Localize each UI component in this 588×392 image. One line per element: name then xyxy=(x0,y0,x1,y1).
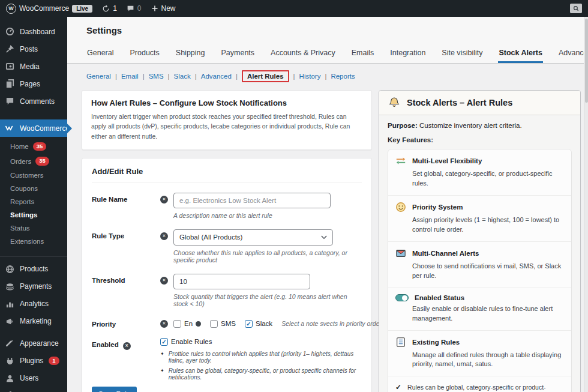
tab-site-visibility[interactable]: Site visibility xyxy=(441,45,483,63)
plus-icon xyxy=(151,5,158,12)
enable-rules-label: Enable Rules xyxy=(171,338,212,345)
active-menu-arrow xyxy=(67,124,72,133)
threshold-helper: Stock quantity that triggers the alert (… xyxy=(173,293,362,307)
submenu-item-customers[interactable]: Customers xyxy=(0,169,67,182)
woocommerce-submenu: Home 35 Orders 35 Customers Coupons Repo… xyxy=(0,137,67,252)
rule-name-input[interactable] xyxy=(173,193,331,208)
comments-button[interactable]: 0 xyxy=(127,4,142,13)
sidebar-item-pages[interactable]: Pages xyxy=(0,75,67,92)
subnav-alert-rules[interactable]: Alert Rules xyxy=(242,70,289,82)
sidebar-item-marketing[interactable]: Marketing xyxy=(0,313,67,330)
tab-payments[interactable]: Payments xyxy=(220,45,255,63)
new-content-button[interactable]: New xyxy=(151,4,176,13)
home-count-badge: 35 xyxy=(33,142,47,151)
save-rule-button[interactable]: Save Rule xyxy=(92,387,137,392)
threshold-row: Threshold ✕ Stock quantity that triggers… xyxy=(92,274,362,307)
sidebar-item-appearance[interactable]: Appearance xyxy=(0,335,67,352)
subnav-reports[interactable]: Reports xyxy=(331,73,355,80)
subnav-slack[interactable]: Slack xyxy=(174,73,191,80)
help-icon[interactable]: ✕ xyxy=(160,196,168,204)
tab-stock-alerts[interactable]: Stock Alerts xyxy=(498,45,542,63)
subnav-email[interactable]: Email xyxy=(121,73,139,80)
sidebar-item-label: Pages xyxy=(20,80,40,88)
submenu-item-extensions[interactable]: Extensions xyxy=(0,235,67,248)
help-icon[interactable]: ✕ xyxy=(123,342,131,350)
tab-accounts-privacy[interactable]: Accounts & Privacy xyxy=(270,45,336,63)
submenu-label: Home xyxy=(10,143,29,150)
feature-title: Multi-Channel Alerts xyxy=(412,250,479,257)
feature-multi-channel: Multi-Channel Alerts Choose to send noti… xyxy=(388,241,571,288)
tab-integration[interactable]: Integration xyxy=(389,45,426,63)
sidebar-item-posts[interactable]: Posts xyxy=(0,40,67,58)
subnav-advanced[interactable]: Advanced xyxy=(201,73,232,80)
submenu-label: Coupons xyxy=(10,185,38,192)
sidebar-item-comments[interactable]: Comments xyxy=(0,92,67,110)
feature-desc: Set global, category-specific, or produc… xyxy=(412,169,564,188)
updates-button[interactable]: 1 xyxy=(102,4,117,13)
sms-channel-option[interactable]: SMS xyxy=(210,320,236,328)
sidebar-divider xyxy=(0,256,67,257)
sidebar-item-label: Analytics xyxy=(20,300,49,308)
subnav-separator: | xyxy=(195,73,197,80)
email-channel-option[interactable]: En xyxy=(173,320,201,328)
sidebar-item-dashboard[interactable]: Dashboard xyxy=(0,23,67,40)
tab-products[interactable]: Products xyxy=(129,45,160,63)
priority-label: Priority xyxy=(92,318,160,328)
submenu-item-reports[interactable]: Reports xyxy=(0,195,67,208)
feature-title: Enabled Status xyxy=(415,294,464,301)
tab-general[interactable]: General xyxy=(86,45,114,63)
tab-shipping[interactable]: Shipping xyxy=(175,45,206,63)
feature-desc: Manage all defined rules through a table… xyxy=(412,351,564,370)
rule-name-row: Rule Name ✕ A description name or this a… xyxy=(92,193,362,219)
submenu-item-settings[interactable]: Settings xyxy=(0,208,67,222)
help-icon[interactable]: ✕ xyxy=(160,232,168,240)
sidebar-item-users[interactable]: Users xyxy=(0,370,67,387)
admin-bar-search-button[interactable] xyxy=(570,4,582,13)
help-icon[interactable]: ✕ xyxy=(160,320,168,328)
admin-sidebar: Dashboard Posts Media Pages Comments xyxy=(0,17,67,392)
slack-channel-checkbox[interactable] xyxy=(245,320,253,328)
new-label: New xyxy=(161,4,176,13)
sidebar-item-woocommerce[interactable]: WooCommerce xyxy=(0,119,67,137)
subnav-history[interactable]: History xyxy=(299,73,321,80)
sidebar-item-payments[interactable]: Payments xyxy=(0,278,67,295)
help-icon[interactable]: ✕ xyxy=(160,277,168,285)
submenu-item-status[interactable]: Status xyxy=(0,222,67,235)
threshold-input[interactable] xyxy=(173,274,310,289)
enable-rules-option[interactable]: Enable Rules xyxy=(160,338,362,346)
slack-channel-option[interactable]: Slack xyxy=(245,320,272,328)
check-icon: ✓ xyxy=(395,383,401,392)
purpose-text: Customize inventory alert criteria. xyxy=(419,122,522,129)
rule-type-row: Rule Type ✕ Global (All Products) Choose… xyxy=(92,229,362,264)
sidebar-item-media[interactable]: Media xyxy=(0,58,67,75)
feature-enabled-status: Enabled Status Easily enable or disablal… xyxy=(388,288,571,330)
submenu-item-orders[interactable]: Orders 35 xyxy=(0,154,67,168)
wordpress-menu[interactable]: W WooCommerce Live xyxy=(6,4,92,14)
enabled-label-group: Enabled ✕ xyxy=(92,338,160,381)
bullet-icon: ✦ xyxy=(160,367,164,381)
enabled-note-2: ✦Rules can be global, category-specific,… xyxy=(160,367,362,381)
email-channel-checkbox[interactable] xyxy=(173,320,181,328)
threshold-label: Threshold xyxy=(92,274,160,307)
submenu-label: Extensions xyxy=(10,238,44,245)
sidebar-item-tools[interactable]: Tools xyxy=(0,387,67,392)
envelope-icon xyxy=(395,248,406,259)
sidebar-item-products[interactable]: Products xyxy=(0,261,67,278)
submenu-item-coupons[interactable]: Coupons xyxy=(0,182,67,195)
submenu-item-home[interactable]: Home 35 xyxy=(0,139,67,154)
dashboard-icon xyxy=(5,27,14,36)
priority-note: Select a note svects in priority order. xyxy=(281,320,383,327)
tab-emails[interactable]: Emails xyxy=(351,45,375,63)
rule-type-select[interactable]: Global (All Products) xyxy=(173,229,333,246)
sms-channel-checkbox[interactable] xyxy=(210,320,218,328)
subnav-sms[interactable]: SMS xyxy=(149,73,164,80)
sidebar-item-analytics[interactable]: Analytics xyxy=(0,295,67,313)
vertical-scrollbar[interactable] xyxy=(584,17,588,392)
sidebar-item-plugins[interactable]: Plugins 1 xyxy=(0,352,67,370)
feature-priority-system: Priority System Assign priority levels (… xyxy=(388,195,571,241)
enable-rules-checkbox[interactable] xyxy=(160,338,168,346)
comment-count: 0 xyxy=(137,4,142,13)
subnav-general[interactable]: General xyxy=(86,73,111,80)
slack-channel-label: Slack xyxy=(256,320,272,327)
scrollbar-thumb[interactable] xyxy=(585,19,588,103)
